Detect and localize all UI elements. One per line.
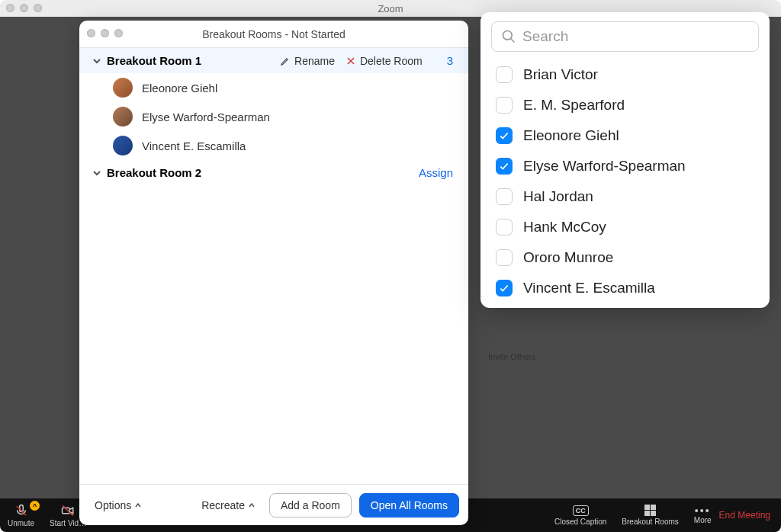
traffic-lights-modal (87, 29, 123, 37)
zoom-window-title: Zoom (378, 3, 403, 14)
room-name: Breakout Room 1 (107, 54, 201, 67)
delete-room-button[interactable]: Delete Room (346, 55, 423, 67)
svg-point-5 (503, 31, 513, 40)
traffic-maximize[interactable] (34, 4, 42, 12)
chevron-up-icon (248, 502, 256, 509)
participant-checkbox-list: Brian VictorE. M. SpearfordEleonore Gieh… (491, 59, 759, 303)
participant-name: Elyse Warford-Spearman (142, 111, 270, 123)
participant-checkbox-row[interactable]: Ororo Munroe (491, 242, 759, 273)
x-icon (346, 56, 356, 66)
participant-checkbox-row[interactable]: Hal Jordan (491, 181, 759, 212)
room-header-2[interactable]: Breakout Room 2 Assign (79, 160, 468, 185)
options-button[interactable]: Options (88, 495, 148, 516)
check-icon (499, 130, 509, 141)
assign-participants-popover: Brian VictorE. M. SpearfordEleonore Gieh… (480, 12, 770, 308)
participant-checkbox-row[interactable]: Elyse Warford-Spearman (491, 151, 759, 181)
breakout-rooms-list: Breakout Room 1 Rename Delete Room 3 Ele… (79, 48, 468, 484)
participant-row[interactable]: Vincent E. Escamilla (79, 131, 468, 160)
check-icon (499, 283, 509, 293)
camera-off-icon (61, 504, 75, 518)
participant-name: Vincent E. Escamilla (142, 139, 246, 152)
more-button[interactable]: ••• More (686, 498, 719, 532)
rename-room-button[interactable]: Rename (280, 55, 335, 67)
more-icon: ••• (695, 507, 711, 514)
traffic-lights-outer (6, 4, 42, 12)
checkbox[interactable] (496, 66, 513, 83)
chevron-down-icon[interactable] (90, 56, 104, 66)
chevron-up-icon (134, 502, 142, 509)
room-count[interactable]: 3 (447, 54, 458, 67)
participant-name: Hank McCoy (523, 219, 606, 236)
assign-button[interactable]: Assign (419, 166, 458, 179)
participant-row[interactable]: Elyse Warford-Spearman (79, 102, 468, 131)
participant-row[interactable]: Eleonore Giehl (79, 73, 468, 102)
checkbox[interactable] (496, 280, 513, 296)
traffic-close[interactable] (6, 4, 14, 12)
pencil-icon (280, 56, 291, 66)
add-room-button[interactable]: Add a Room (269, 493, 352, 518)
unmute-button[interactable]: Unmute ^ (0, 498, 42, 532)
svg-line-6 (511, 39, 515, 43)
checkbox[interactable] (496, 188, 513, 205)
avatar (113, 136, 133, 155)
avatar (113, 78, 133, 98)
search-icon (501, 29, 516, 44)
checkbox[interactable] (496, 97, 513, 114)
modal-traffic-close[interactable] (87, 29, 95, 37)
breakout-rooms-icon (644, 505, 656, 516)
participant-name: Hal Jordan (523, 188, 593, 205)
checkbox[interactable] (496, 249, 513, 266)
modal-traffic-minimize[interactable] (101, 29, 109, 37)
room-1-actions: Rename Delete Room 3 (280, 54, 458, 67)
check-icon (499, 161, 509, 171)
mic-caret-icon[interactable]: ^ (30, 501, 40, 511)
participant-name: Elyse Warford-Spearman (523, 158, 686, 175)
invite-others-label[interactable]: Invite Others (488, 352, 535, 361)
participant-name: Brian Victor (523, 66, 598, 83)
open-all-rooms-button[interactable]: Open All Rooms (359, 493, 459, 518)
breakout-rooms-modal: Breakout Rooms - Not Started Breakout Ro… (79, 21, 468, 525)
recreate-button[interactable]: Recreate (195, 495, 262, 516)
svg-line-2 (63, 505, 73, 516)
modal-traffic-maximize[interactable] (114, 29, 123, 37)
closed-caption-button[interactable]: CC Closed Caption (547, 498, 614, 532)
participant-checkbox-row[interactable]: E. M. Spearford (491, 90, 759, 120)
checkbox[interactable] (496, 158, 513, 175)
search-input[interactable] (522, 28, 749, 45)
avatar (113, 107, 133, 127)
checkbox[interactable] (496, 127, 513, 144)
breakout-rooms-button[interactable]: Breakout Rooms (614, 498, 686, 532)
room-name: Breakout Room 2 (107, 166, 201, 179)
end-meeting-button[interactable]: End Meeting (719, 510, 781, 521)
participant-name: Eleonore Giehl (523, 127, 619, 144)
participant-name: Vincent E. Escamilla (523, 280, 655, 296)
search-field-wrap[interactable] (491, 21, 759, 52)
participant-checkbox-row[interactable]: Brian Victor (491, 59, 759, 90)
chevron-down-icon[interactable] (90, 168, 104, 178)
breakout-modal-titlebar: Breakout Rooms - Not Started (79, 21, 468, 48)
participant-checkbox-row[interactable]: Eleonore Giehl (491, 120, 759, 151)
participant-checkbox-row[interactable]: Vincent E. Escamilla (491, 273, 759, 303)
participant-name: E. M. Spearford (523, 97, 625, 114)
room-header-1[interactable]: Breakout Room 1 Rename Delete Room 3 (79, 48, 468, 73)
cc-icon: CC (573, 505, 589, 516)
participant-name: Eleonore Giehl (142, 82, 217, 95)
breakout-modal-footer: Options Recreate Add a Room Open All Roo… (79, 484, 468, 525)
participant-checkbox-row[interactable]: Hank McCoy (491, 212, 759, 242)
checkbox[interactable] (496, 219, 513, 236)
mic-muted-icon (14, 504, 28, 518)
traffic-minimize[interactable] (20, 4, 28, 12)
breakout-modal-title: Breakout Rooms - Not Started (202, 28, 346, 40)
participant-name: Ororo Munroe (523, 249, 613, 266)
